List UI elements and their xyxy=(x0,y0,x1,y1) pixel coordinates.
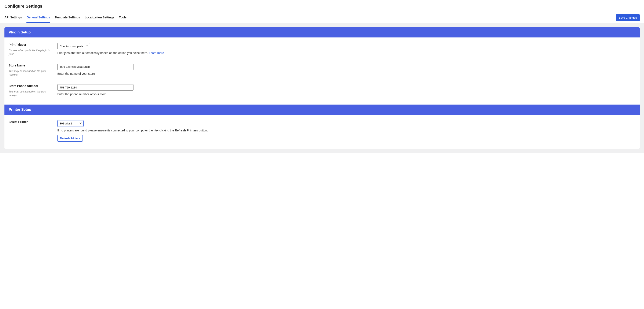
field-row-store-name: Store Name This may be included on the p… xyxy=(9,64,636,77)
tabs-list: API Settings General Settings Template S… xyxy=(4,12,127,23)
store-phone-desc: Enter the phone number of your store xyxy=(57,92,636,96)
content-area: Plugin Setup Print Trigger Choose when y… xyxy=(0,23,644,153)
settings-panel: Plugin Setup Print Trigger Choose when y… xyxy=(4,27,640,149)
learn-more-link[interactable]: Learn more xyxy=(149,51,164,54)
store-phone-input[interactable] xyxy=(57,84,134,90)
field-label-store-name: Store Name xyxy=(9,64,51,67)
tab-template-settings[interactable]: Template Settings xyxy=(55,12,80,23)
print-trigger-desc: Print jobs are fired automatically based… xyxy=(57,51,636,55)
save-changes-button[interactable]: Save Changes xyxy=(616,14,640,21)
page-title: Configure Settings xyxy=(4,4,640,9)
section-body-plugin-setup: Print Trigger Choose when you'd like the… xyxy=(4,38,640,104)
section-header-plugin-setup: Plugin Setup xyxy=(4,27,640,38)
store-name-input[interactable] xyxy=(57,64,134,70)
field-label-select-printer: Select Printer xyxy=(9,120,51,124)
field-row-print-trigger: Print Trigger Choose when you'd like the… xyxy=(9,43,636,56)
field-hint-print-trigger: Choose when you'd like the plugin to pri… xyxy=(9,49,50,56)
field-row-store-phone: Store Phone Number This may be included … xyxy=(9,84,636,97)
tab-tools[interactable]: Tools xyxy=(119,12,126,23)
store-name-desc: Enter the name of your store xyxy=(57,72,636,76)
page-header: Configure Settings xyxy=(0,0,644,12)
tab-general-settings[interactable]: General Settings xyxy=(26,12,50,23)
select-printer-desc: If no printers are found please ensure i… xyxy=(57,128,636,133)
print-trigger-select[interactable]: Checkout complete xyxy=(57,43,90,49)
select-printer-select[interactable]: 80Series2 xyxy=(57,120,84,127)
field-label-print-trigger: Print Trigger xyxy=(9,43,51,46)
section-header-printer-setup: Printer Setup xyxy=(4,104,640,115)
tab-api-settings[interactable]: API Settings xyxy=(4,12,22,23)
section-body-printer-setup: Select Printer 80Series2 If no p xyxy=(4,115,640,149)
field-hint-store-name: This may be included on the print receip… xyxy=(9,70,46,76)
refresh-printers-button[interactable]: Refresh Printers xyxy=(57,135,83,142)
field-row-select-printer: Select Printer 80Series2 If no p xyxy=(9,120,636,142)
field-hint-store-phone: This may be included on the print receip… xyxy=(9,90,46,97)
tabs-bar: API Settings General Settings Template S… xyxy=(0,12,644,23)
field-label-store-phone: Store Phone Number xyxy=(9,84,51,88)
tab-localization-settings[interactable]: Localization Settings xyxy=(85,12,114,23)
